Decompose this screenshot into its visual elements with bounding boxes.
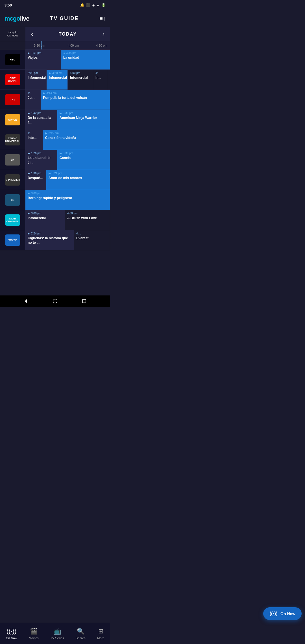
program-cell[interactable]: ▶1:51 pm Viejos [25,50,61,69]
program-title: Inte... [28,136,40,140]
day-nav: Jump to ON NOW ‹ TODAY › [0,27,110,41]
program-time: ▶3:14 pm [43,92,108,95]
status-bar: 3:50 🔔 ⬛ ◈ ▲ 🔋 [0,0,110,10]
gplus-programs: ▶1:26 pm La La Land: la ci... ▶3:36 pm C… [25,150,110,170]
channel-logo-gpremier[interactable]: G PREMIER [0,170,25,190]
program-title: Børning: rápido y peligroso [28,196,108,201]
nav-item-more[interactable]: ⊞ More [94,625,108,642]
program-time: 1:... [28,92,38,95]
nav-item-on-now[interactable]: ((·)) On Now [3,625,21,642]
program-title: Infomercial [28,216,62,221]
program-cell[interactable]: ▶3:36 pm Canela [57,150,110,170]
program-title: Despué... [28,176,44,180]
channel-row-gplus: G+ ▶1:26 pm La La Land: la ci... ▶3:36 p… [0,150,110,170]
wbtv-programs: ▶2:24 pm Cigüeñas: la historia que no te… [25,230,110,250]
program-cell[interactable]: ●3:35 pm La unidad [61,50,110,69]
program-cell[interactable]: ▶3:14 pm Pompeii: la furia del volcán [41,90,110,110]
wbtv-logo: WB TV [5,234,20,246]
channel-logo-wbtv[interactable]: WB TV [0,230,25,250]
program-cell[interactable]: 4:00 pm A Brush with Love [65,210,110,230]
time-header: 3:30 pm 4:00 pm 4:30 pm [25,41,110,50]
program-title: Conexión navideña [45,136,108,140]
back-button[interactable] [22,297,30,305]
tv-series-nav-label: TV Series [50,636,64,640]
program-time: ●3:35 pm [63,51,108,55]
more-nav-label: More [97,636,104,640]
today-label: TODAY [59,32,77,37]
program-cell[interactable]: 3:00 pm Infomercial [25,70,47,90]
home-button[interactable] [51,297,59,305]
program-cell[interactable]: 1:... Ju... [25,90,41,110]
search-nav-label: Search [76,636,86,640]
jump-to-on-now[interactable]: Jump to ON NOW [0,27,25,41]
nav-item-movies[interactable]: 🎬 Movies [25,625,42,642]
program-title: Ju... [28,96,38,100]
program-title: Everest [76,236,108,241]
channel-logo-tnt[interactable]: TNT [0,90,25,110]
program-time: ▶3:36 pm [60,152,108,155]
channel-row-wbtv: WB TV ▶2:24 pm Cigüeñas: la historia que… [0,230,110,250]
next-day-button[interactable]: › [101,29,106,39]
program-cell[interactable]: ▶2:24 pm Cigüeñas: la historia que no te… [25,230,74,250]
nav-item-tv-series[interactable]: 📺 TV Series [47,625,67,642]
more-nav-icon: ⊞ [98,628,103,635]
program-time: ▶2:24 pm [28,232,71,235]
space-logo: SPACE [5,114,20,125]
program-title: De la cuna a la t... [28,116,55,125]
channel-row-tnt: TNT 1:... Ju... ▶3:14 pm Pompeii: la fur… [0,90,110,110]
sort-icon[interactable]: ≡↓ [99,15,106,22]
program-cell[interactable]: ▶3:21 pm Amor de mis amores [46,170,110,190]
program-cell[interactable]: 4:00 pm Infomercial [68,70,93,90]
program-title: American Ninja Warrior [60,116,108,120]
header: mcgolive TV GUIDE ≡↓ [0,10,110,27]
time-label-1: 3:30 pm [34,44,45,47]
bottom-spacer [0,250,110,295]
program-cell[interactable]: 1:... Inte... [25,130,43,150]
hbo-programs: ▶1:51 pm Viejos ●3:35 pm La unidad [25,50,110,69]
hbo-logo: HBO [5,54,20,65]
program-cell[interactable]: ▶3:15 pm Conexión navideña [43,130,110,150]
battery-icon: 🔋 [101,3,106,7]
program-time: ▶1:51 pm [28,51,58,55]
nav-item-search[interactable]: 🔍 Search [72,625,89,642]
prev-day-button[interactable]: ‹ [30,29,34,39]
program-time: ▶3:00 pm [28,192,108,195]
program-cell[interactable]: ▶3:00 pm Infomercial [25,210,65,230]
channel-logo-cinecanal[interactable]: CINE CANAL [0,70,25,90]
program-cell[interactable]: 4:... Everest [74,230,110,250]
program-time: ▶1:26 pm [28,152,55,155]
channel-logo-star[interactable]: STAR CHANNEL [0,210,25,230]
program-title: Canela [60,156,108,160]
channel-row-ce: CE ▶3:00 pm Børning: rápido y peligroso [0,190,110,210]
program-title: In... [95,76,105,80]
program-title: Viejos [28,56,58,60]
program-cell[interactable]: ▶3:36 pm American Ninja Warrior [57,110,110,130]
program-cell[interactable]: ▶1:42 pm De la cuna a la t... [25,110,57,130]
notification-icon: 🔔 [80,3,84,7]
program-title: A Brush with Love [67,216,108,221]
program-time: 1:... [28,132,40,135]
program-cell[interactable]: 4: In... [93,70,107,90]
status-icons: 🔔 ⬛ ◈ ▲ 🔋 [80,3,106,7]
program-cell[interactable]: ▶1:36 pm Despué... [25,170,46,190]
tnt-programs: 1:... Ju... ▶3:14 pm Pompeii: la furia d… [25,90,110,110]
channel-logo-gplus[interactable]: G+ [0,150,25,170]
program-title: Cigüeñas: la historia que no te ... [28,236,71,245]
channel-logo-hbo[interactable]: HBO [0,50,25,69]
program-title: Infomercial [28,76,44,80]
program-cell[interactable]: ▶1:26 pm La La Land: la ci... [25,150,57,170]
channel-logo-space[interactable]: SPACE [0,110,25,130]
program-cell[interactable]: ▶3:30 pm Infomercial [47,70,68,90]
channel-logo-ce[interactable]: CE [0,190,25,210]
channel-row-cinecanal: CINE CANAL 3:00 pm Infomercial ▶3:30 pm … [0,70,110,90]
recents-button[interactable] [80,297,88,305]
wifi-icon: ◈ [92,3,95,7]
space-programs: ▶1:42 pm De la cuna a la t... ▶3:36 pm A… [25,110,110,130]
channel-logo-studio[interactable]: STUDIO UNIVERSAL [0,130,25,150]
app-logo: mcgolive [5,15,29,22]
time-label-2: 4:00 pm [68,44,79,47]
on-now-nav-label: On Now [6,636,17,640]
program-cell[interactable]: ▶3:00 pm Børning: rápido y peligroso [25,190,110,210]
program-time: 4:00 pm [67,212,108,215]
program-time: ▶3:21 pm [49,172,108,175]
